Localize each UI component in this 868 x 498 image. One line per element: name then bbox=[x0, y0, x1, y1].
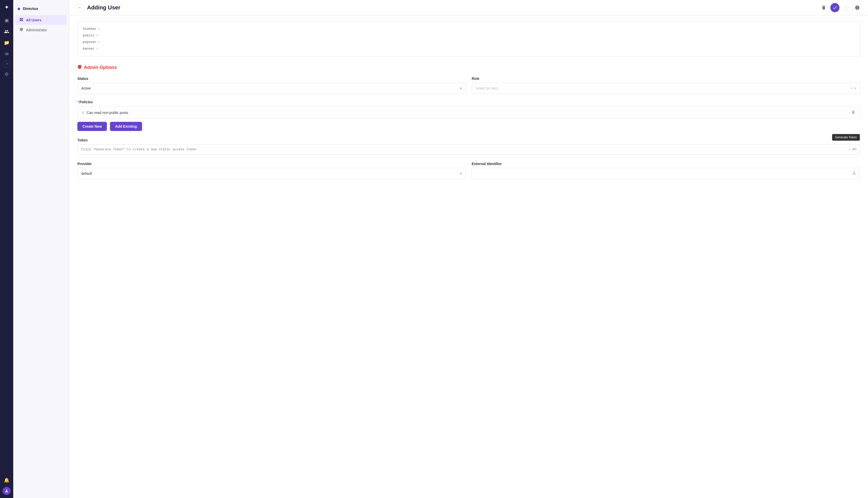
nav-notifications-icon[interactable]: 🔔 bbox=[2, 476, 11, 485]
policies-label: Policies bbox=[77, 100, 860, 104]
status-value: Active bbox=[81, 86, 91, 90]
status-role-row: Status Active ▾ Role Select an item... +… bbox=[77, 77, 860, 94]
role-select-actions: + ▾ bbox=[851, 86, 856, 91]
admin-options-section-title: Admin Options bbox=[77, 65, 860, 70]
role-label: Role bbox=[472, 77, 860, 81]
info-button[interactable] bbox=[853, 3, 862, 12]
nav-analytics-icon[interactable] bbox=[2, 49, 11, 58]
nav-users-icon[interactable] bbox=[2, 27, 11, 36]
external-identifier-group: External Identifier bbox=[472, 162, 860, 179]
external-identifier-input-wrapper bbox=[472, 168, 860, 179]
sidebar-item-all-users[interactable]: All Users bbox=[15, 15, 67, 25]
nav-files-icon[interactable]: 📁 bbox=[2, 38, 11, 47]
policy-buttons: Create New Add Existing bbox=[77, 122, 860, 131]
code-item-banner: banner > bbox=[83, 45, 855, 52]
page-title: Adding User bbox=[87, 4, 816, 11]
more-options-button[interactable]: ⋮ bbox=[842, 3, 851, 12]
external-identifier-input[interactable] bbox=[475, 171, 852, 175]
code-item-sidebar: Sidebar > bbox=[83, 26, 855, 32]
icon-bar: ✦ ▣ 📁 ? ⚙ 🔔 bbox=[0, 0, 13, 498]
role-chevron-icon: ▾ bbox=[854, 86, 856, 90]
provider-group: Provider default ▾ bbox=[77, 162, 465, 179]
diamond-icon: ◆ bbox=[17, 6, 20, 11]
token-input[interactable] bbox=[77, 144, 860, 155]
policies-section: Policies ≡ Can read non-public posts Cre… bbox=[77, 100, 860, 131]
save-button[interactable] bbox=[830, 3, 840, 12]
role-select[interactable]: Select an item... + ▾ bbox=[472, 83, 860, 94]
delete-button[interactable] bbox=[819, 3, 828, 12]
token-key-icon[interactable] bbox=[852, 147, 857, 152]
status-chevron-icon: ▾ bbox=[460, 86, 462, 90]
code-text-banner: banner bbox=[83, 45, 95, 52]
code-item-public: public > bbox=[83, 32, 855, 39]
add-existing-button[interactable]: Add Existing bbox=[110, 122, 142, 131]
policy-item: ≡ Can read non-public posts bbox=[77, 107, 860, 119]
back-button[interactable]: ← bbox=[75, 3, 84, 12]
provider-value: default bbox=[81, 171, 92, 175]
role-group: Role Select an item... + ▾ bbox=[472, 77, 860, 94]
role-add-icon[interactable]: + bbox=[851, 86, 853, 91]
svg-rect-3 bbox=[22, 20, 23, 21]
nav-settings-icon[interactable]: ⚙ bbox=[2, 70, 11, 79]
policy-delete-icon[interactable] bbox=[851, 110, 856, 116]
topbar-actions: ⋮ bbox=[819, 3, 862, 12]
main-content: ← Adding User ⋮ Sidebar > public > bbox=[69, 0, 868, 498]
external-identifier-icon bbox=[852, 171, 857, 176]
provider-chevron-icon: ▾ bbox=[460, 171, 462, 175]
sidebar-title: Directus bbox=[23, 6, 38, 11]
app-logo[interactable]: ✦ bbox=[2, 3, 11, 12]
code-text-popover: popover bbox=[83, 39, 97, 45]
external-identifier-label: External Identifier bbox=[472, 162, 860, 166]
status-group: Status Active ▾ bbox=[77, 77, 465, 94]
sidebar-item-administrator-label: Administrator bbox=[26, 28, 47, 32]
role-placeholder: Select an item... bbox=[475, 86, 501, 90]
policy-item-left: ≡ Can read non-public posts bbox=[82, 110, 128, 115]
nav-content-icon[interactable]: ▣ bbox=[2, 16, 11, 25]
provider-select[interactable]: default ▾ bbox=[77, 168, 465, 179]
token-input-icons: + bbox=[848, 147, 857, 152]
token-section: Token Generate Token + bbox=[77, 138, 860, 155]
code-text-sidebar: Sidebar bbox=[83, 26, 97, 32]
sidebar-header: ◆ Directus bbox=[13, 4, 69, 15]
sidebar-item-administrator[interactable]: Administrator bbox=[15, 25, 67, 35]
generate-token-tooltip: Generate Token bbox=[832, 134, 860, 141]
token-input-wrapper: Generate Token + bbox=[77, 144, 860, 155]
svg-rect-2 bbox=[20, 20, 21, 21]
token-label: Token bbox=[77, 138, 860, 142]
status-label: Status bbox=[77, 77, 465, 81]
code-box: Sidebar > public > popover > banner > bbox=[77, 21, 860, 56]
policy-name: Can read non-public posts bbox=[87, 110, 128, 115]
create-new-button[interactable]: Create New bbox=[77, 122, 107, 131]
topbar: ← Adding User ⋮ bbox=[69, 0, 868, 15]
code-item-popover: popover > bbox=[83, 39, 855, 45]
nav-account-icon[interactable] bbox=[2, 487, 11, 495]
provider-external-row: Provider default ▾ External Identifier bbox=[77, 162, 860, 179]
administrator-icon bbox=[20, 27, 23, 32]
all-users-icon bbox=[20, 17, 23, 22]
shield-icon bbox=[77, 65, 82, 70]
content-area: Sidebar > public > popover > banner > Ad… bbox=[69, 15, 868, 498]
svg-rect-0 bbox=[20, 18, 21, 19]
svg-rect-1 bbox=[22, 18, 23, 19]
status-select[interactable]: Active ▾ bbox=[77, 83, 465, 94]
admin-options-title: Admin Options bbox=[84, 65, 117, 70]
provider-label: Provider bbox=[77, 162, 465, 166]
code-text-public: public bbox=[83, 32, 95, 39]
token-add-icon[interactable]: + bbox=[848, 147, 851, 152]
nav-help-icon[interactable]: ? bbox=[3, 61, 10, 68]
sidebar-item-all-users-label: All Users bbox=[26, 18, 41, 22]
drag-handle-icon[interactable]: ≡ bbox=[82, 110, 84, 115]
sidebar: ◆ Directus All Users Administrator bbox=[13, 0, 69, 498]
